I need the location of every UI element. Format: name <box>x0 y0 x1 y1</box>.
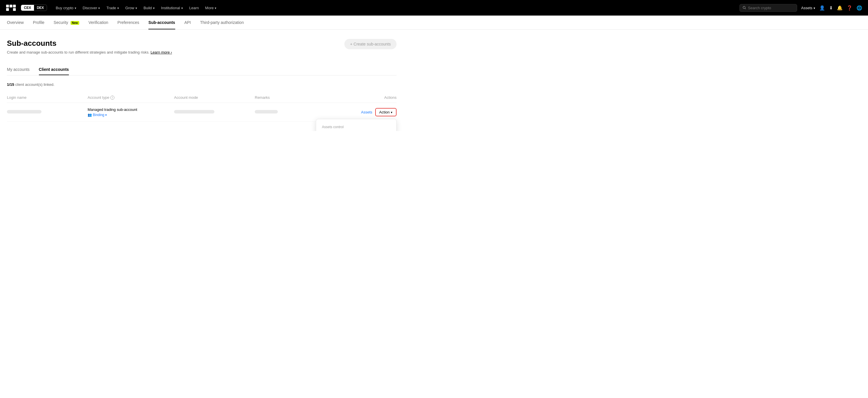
svg-rect-4 <box>13 8 16 11</box>
cell-login-name <box>7 110 88 114</box>
chevron-down-icon <box>391 110 393 114</box>
page-title: Sub-accounts <box>7 39 172 48</box>
action-dropdown-menu: Assets control Deposit i On Advanced set… <box>316 119 397 131</box>
subnav-security[interactable]: Security New <box>54 15 79 29</box>
nav-institutional[interactable]: Institutional <box>158 4 186 12</box>
sub-navigation: Overview Profile Security New Verificati… <box>0 15 868 30</box>
cell-remarks <box>255 110 345 114</box>
nav-buy-crypto[interactable]: Buy crypto <box>53 4 79 12</box>
cell-account-type: Managed trading sub-account 👥 Binding <box>88 107 174 117</box>
chevron-down-icon <box>813 6 815 10</box>
action-button[interactable]: Action <box>375 108 397 117</box>
table-header: Login name Account type i Account mode R… <box>7 93 397 103</box>
learn-more-link[interactable]: Learn more › <box>150 50 172 55</box>
search-input[interactable] <box>748 6 794 10</box>
assets-button[interactable]: Assets <box>801 6 815 10</box>
page-header-left: Sub-accounts Create and manage sub-accou… <box>7 39 172 55</box>
cell-actions: Assets Action <box>345 108 397 117</box>
exchange-toggle: CEX DEX <box>21 5 47 11</box>
cell-account-mode <box>174 110 255 114</box>
notifications-icon[interactable]: 🔔 <box>837 5 843 11</box>
top-navigation: CEX DEX Buy crypto Discover Trade Grow B… <box>0 0 868 15</box>
search-box[interactable] <box>740 4 797 12</box>
nav-grow[interactable]: Grow <box>122 4 140 12</box>
chevron-down-icon <box>215 6 216 10</box>
users-icon: 👥 <box>88 113 92 117</box>
svg-line-6 <box>745 8 746 9</box>
subnav-profile[interactable]: Profile <box>33 15 44 29</box>
nav-trade[interactable]: Trade <box>103 4 122 12</box>
subnav-verification[interactable]: Verification <box>89 15 108 29</box>
account-mode-placeholder <box>174 110 214 113</box>
svg-rect-0 <box>6 5 9 7</box>
subnav-third-party[interactable]: Third-party authorization <box>200 15 244 29</box>
svg-rect-1 <box>9 5 12 7</box>
svg-rect-3 <box>6 8 9 11</box>
language-icon[interactable]: 🌐 <box>857 5 862 11</box>
help-icon[interactable]: ❓ <box>847 5 852 11</box>
tab-my-accounts[interactable]: My accounts <box>7 64 30 75</box>
subnav-overview[interactable]: Overview <box>7 15 24 29</box>
download-icon[interactable]: ⬇ <box>829 5 833 11</box>
chevron-down-icon <box>117 6 119 10</box>
account-type-info-icon[interactable]: i <box>111 96 115 100</box>
chevron-down-icon <box>181 6 183 10</box>
dropdown-deposit-item[interactable]: Deposit i On <box>316 131 396 131</box>
svg-rect-2 <box>13 5 16 7</box>
cex-badge[interactable]: CEX <box>21 5 34 11</box>
profile-icon[interactable]: 👤 <box>819 5 825 11</box>
chevron-down-icon <box>135 6 137 10</box>
assets-link[interactable]: Assets <box>361 110 372 114</box>
nav-learn[interactable]: Learn <box>186 4 202 12</box>
nav-right-section: Assets 👤 ⬇ 🔔 ❓ 🌐 <box>740 4 862 12</box>
page-description: Create and manage sub-accounts to run di… <box>7 50 172 55</box>
remarks-placeholder <box>255 110 278 113</box>
new-badge: New <box>71 21 80 25</box>
col-header-account-mode: Account mode <box>174 95 255 100</box>
search-icon <box>743 6 746 10</box>
subnav-sub-accounts[interactable]: Sub-accounts <box>148 15 175 29</box>
dex-badge[interactable]: DEX <box>34 5 47 11</box>
subnav-api[interactable]: API <box>184 15 191 29</box>
nav-build[interactable]: Build <box>141 4 158 12</box>
col-header-remarks: Remarks <box>255 95 345 100</box>
login-name-placeholder <box>7 110 41 113</box>
chevron-down-icon <box>75 6 76 10</box>
account-type-text: Managed trading sub-account <box>88 107 174 112</box>
logo[interactable] <box>6 4 16 11</box>
col-header-login-name: Login name <box>7 95 88 100</box>
chevron-down-icon <box>98 6 100 10</box>
subnav-preferences[interactable]: Preferences <box>118 15 139 29</box>
chevron-down-icon <box>153 6 155 10</box>
main-content: Sub-accounts Create and manage sub-accou… <box>0 30 403 131</box>
chevron-down-icon <box>105 113 107 117</box>
linked-info: 1/15 client account(s) linked. <box>7 82 397 87</box>
nav-more[interactable]: More <box>202 4 220 12</box>
assets-control-section-label: Assets control <box>316 123 396 131</box>
nav-discover[interactable]: Discover <box>80 4 103 12</box>
binding-link[interactable]: 👥 Binding <box>88 113 174 117</box>
col-header-account-type: Account type i <box>88 95 174 100</box>
account-tabs: My accounts Client accounts <box>7 64 397 75</box>
table-row: Managed trading sub-account 👥 Binding As… <box>7 103 397 122</box>
tab-client-accounts[interactable]: Client accounts <box>39 64 69 75</box>
main-nav-items: Buy crypto Discover Trade Grow Build Ins… <box>53 4 738 12</box>
create-sub-accounts-button[interactable]: + Create sub-accounts <box>344 39 397 49</box>
page-header: Sub-accounts Create and manage sub-accou… <box>7 39 397 55</box>
col-header-actions: Actions <box>345 95 397 100</box>
